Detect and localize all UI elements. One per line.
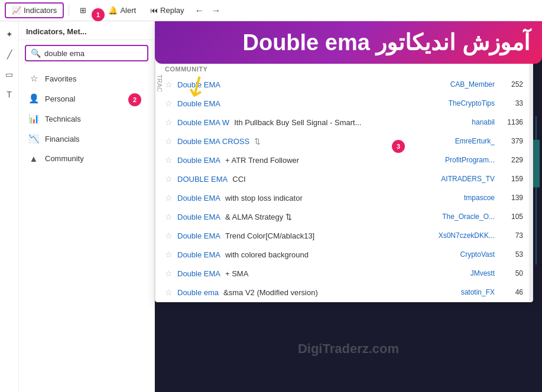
c1-author: TheCryptoTips [436, 99, 495, 107]
watermark: DigiTraderz.com [298, 341, 399, 357]
step-badge-3: 3 [392, 140, 405, 153]
c6-author: tmpascoe [436, 194, 495, 202]
community-icon: ▲ [28, 153, 39, 164]
c10-count: 50 [499, 269, 523, 277]
panel-header: Indicators, Met... [19, 21, 154, 40]
community-row-10[interactable]: ☆ Double EMA + SMA JMvestt 50 [155, 264, 533, 283]
toolbar: 📈 Indicators 1 ⊞ 🔔 Alert ⏮ Replay ← → [0, 0, 542, 21]
star-6: ☆ [165, 193, 173, 202]
scrollbar[interactable] [529, 22, 533, 302]
c2-name-blue: Double EMA W [177, 118, 229, 127]
rail-text-button[interactable]: T [1, 86, 18, 103]
redo-button[interactable]: → [209, 3, 223, 18]
community-row-2[interactable]: ☆ Double EMA WIth Pullback Buy Sell Sign… [155, 113, 533, 132]
nav-label-financials: Financials [45, 135, 80, 143]
indicators-button[interactable]: 📈 Indicators [5, 2, 64, 18]
c10-author: JMvestt [436, 269, 495, 277]
c8-count: 73 [499, 231, 523, 240]
star-3: ☆ [165, 136, 173, 146]
alert-button[interactable]: 🔔 Alert [102, 4, 142, 17]
c3-name-blue: Double EMA CROSS [177, 137, 249, 146]
c6-name-blue: Double EMA [177, 194, 220, 202]
c2-name-rest: Ith Pullback Buy Sell Signal - Smart... [234, 118, 361, 127]
replay-button[interactable]: ⏮ Replay [144, 4, 190, 17]
community-row-3[interactable]: ☆ Double EMA CROSS ⇅ EmreErturk_ 379 [155, 132, 533, 151]
replay-label: Replay [160, 6, 184, 15]
layout-button[interactable]: ⊞ [74, 4, 92, 17]
c7-author: The_Oracle_O... [436, 213, 495, 221]
c9-name-rest: with colored background [225, 250, 309, 259]
c9-count: 53 [499, 250, 523, 259]
c7-name-blue: Double EMA [177, 213, 220, 221]
undo-button[interactable]: ← [193, 3, 207, 18]
community-row-8[interactable]: ☆ Double EMA Trend Color[CM/ablack13] Xs… [155, 226, 533, 245]
community-row-6[interactable]: ☆ Double EMA with stop loss indicator tm… [155, 188, 533, 207]
step-badge-2: 2 [128, 93, 141, 106]
c11-name-rest: &sma V2 (Modified version) [223, 288, 318, 297]
icon-rail: ✦ ╱ ▭ T [0, 21, 19, 392]
layout-icon: ⊞ [80, 6, 86, 15]
trac-label: TRAC [156, 74, 163, 92]
c4-name-rest: + ATR Trend Follower [225, 156, 299, 165]
c8-author: Xs0N7czekDKK... [436, 231, 495, 240]
c4-author: ProfitProgram... [436, 156, 495, 164]
nav-label-personal: Personal [45, 94, 75, 103]
search-input[interactable] [44, 49, 142, 58]
rail-line-button[interactable]: ╱ [1, 46, 18, 63]
c1-count: 33 [499, 99, 523, 107]
favorites-icon: ☆ [28, 73, 39, 84]
search-box[interactable]: 🔍 [25, 45, 148, 61]
nav-label-technicals: Technicals [45, 115, 81, 123]
financials-icon: 📉 [28, 133, 39, 144]
c6-name-rest: with stop loss indicator [225, 194, 303, 202]
nav-label-community: Community [45, 154, 84, 163]
nav-item-financials[interactable]: 📉 Financials [19, 129, 154, 149]
indicators-icon: 📈 [12, 6, 21, 15]
star-1: ☆ [165, 99, 173, 108]
big-heading-overlay: آموزش اندیکاتور Double ema [155, 21, 542, 64]
star-10: ☆ [165, 269, 173, 278]
c7-name-rest: & ALMA Strategy ⇅ [225, 213, 292, 221]
c4-count: 229 [499, 156, 523, 164]
svg-rect-11 [533, 140, 540, 188]
c11-author: satotin_FX [436, 288, 495, 296]
c2-author: hanabil [436, 118, 495, 126]
c7-count: 105 [499, 213, 523, 221]
c3-name-rest: ⇅ [254, 137, 261, 146]
c8-name-blue: Double EMA [177, 231, 220, 240]
community-row-5[interactable]: ☆ DOUBLE EMA CCI AITRADERS_TV 159 [155, 169, 533, 188]
step-badge-1: 1 [92, 8, 105, 21]
star-5: ☆ [165, 174, 173, 184]
community-row-9[interactable]: ☆ Double EMA with colored background Cry… [155, 245, 533, 264]
nav-item-favorites[interactable]: ☆ Favorites [19, 68, 154, 89]
rail-shape-button[interactable]: ▭ [1, 66, 18, 83]
indicators-label: Indicators [24, 6, 57, 15]
star-2: ☆ [165, 117, 173, 127]
star-4: ☆ [165, 155, 173, 165]
c11-count: 46 [499, 288, 523, 296]
star-9: ☆ [165, 250, 173, 259]
personal-icon: 👤 [28, 93, 39, 104]
c10-name-blue: Double EMA [177, 269, 220, 278]
c8-name-rest: Trend Color[CM/ablack13] [225, 231, 314, 240]
c5-name-blue: DOUBLE EMA [177, 175, 228, 184]
c0-count: 252 [499, 80, 523, 89]
nav-label-favorites: Favorites [45, 74, 76, 83]
community-row-4[interactable]: ☆ Double EMA + ATR Trend Follower Profit… [155, 151, 533, 169]
community-row-11[interactable]: ☆ Double ema&sma V2 (Modified version) s… [155, 283, 533, 302]
rail-cursor-button[interactable]: ✦ [1, 26, 18, 43]
c5-count: 159 [499, 175, 523, 183]
c0-author: CAB_Member [436, 80, 495, 89]
nav-item-technicals[interactable]: 📊 Technicals [19, 109, 154, 129]
c3-count: 379 [499, 137, 523, 145]
indicators-panel: Indicators, Met... 🔍 2 ☆ Favorites 👤 Per… [19, 21, 155, 392]
c4-name-blue: Double EMA [177, 156, 220, 165]
c5-author: AITRADERS_TV [436, 175, 495, 183]
community-row-1[interactable]: ☆ Double EMA TheCryptoTips 33 [155, 94, 533, 113]
c6-count: 139 [499, 194, 523, 202]
star-7: ☆ [165, 212, 173, 221]
community-row-7[interactable]: ☆ Double EMA & ALMA Strategy ⇅ The_Oracl… [155, 207, 533, 226]
alert-icon: 🔔 [108, 6, 118, 15]
c9-author: CryptoVast [436, 250, 495, 259]
nav-item-community[interactable]: ▲ Community [19, 149, 154, 168]
